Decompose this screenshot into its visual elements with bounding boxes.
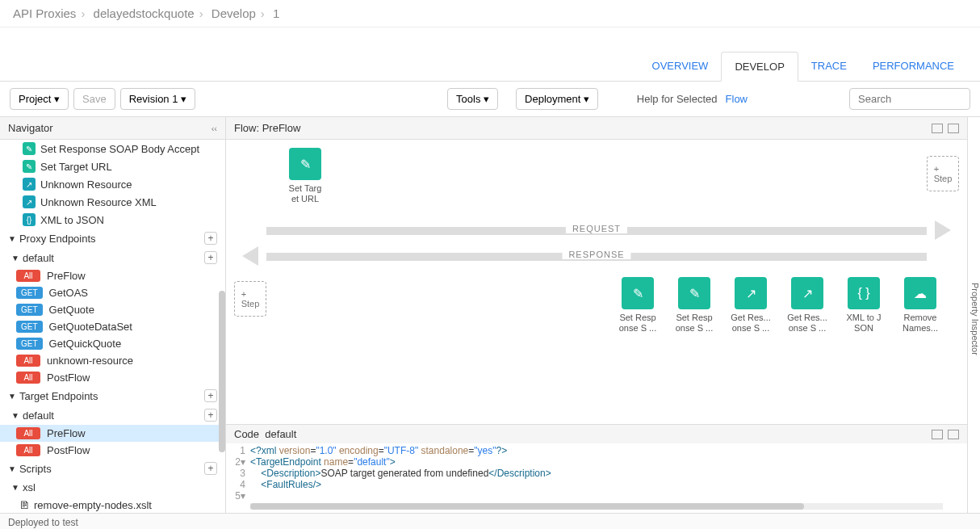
method-badge: All bbox=[16, 372, 40, 384]
target-endpoints-section[interactable]: ▼Target Endpoints+ bbox=[0, 386, 225, 405]
tools-dropdown[interactable]: Tools ▾ bbox=[447, 88, 498, 110]
request-label: REQUEST bbox=[566, 224, 627, 233]
policy-icon: ✎ bbox=[678, 277, 710, 309]
view-split-icon[interactable] bbox=[932, 124, 943, 133]
add-response-step[interactable]: +Step bbox=[234, 281, 266, 317]
target-default[interactable]: ▼default+ bbox=[0, 405, 225, 425]
help-link[interactable]: Flow bbox=[726, 93, 748, 105]
help-label: Help for Selected bbox=[637, 93, 718, 105]
tab-trace[interactable]: TRACE bbox=[798, 52, 860, 81]
response-step[interactable]: ☁Remove Names... bbox=[898, 277, 943, 334]
navigator-panel: Navigator ‹‹ ✎Set Response SOAP Body Acc… bbox=[0, 117, 226, 513]
method-badge: All bbox=[16, 444, 40, 456]
proxy-flow-item[interactable]: GETGetQuickQuote bbox=[0, 335, 225, 352]
response-step[interactable]: ✎Set Resp onse S ... bbox=[672, 277, 717, 334]
raise-fault-icon: ↗ bbox=[23, 178, 36, 191]
add-request-step[interactable]: +Step bbox=[927, 156, 959, 191]
policy-item[interactable]: ✎Set Response SOAP Body Accept bbox=[0, 140, 225, 157]
code-horizontal-scrollbar[interactable] bbox=[250, 503, 943, 510]
navigator-tree: ✎Set Response SOAP Body Accept ✎Set Targ… bbox=[0, 140, 225, 513]
project-dropdown[interactable]: Project ▾ bbox=[10, 88, 69, 110]
policy-icon: ↗ bbox=[735, 277, 767, 309]
policy-icon: ☁ bbox=[904, 277, 936, 309]
code-panel: Code default 12▾345▾ <?xml version="1.0"… bbox=[226, 424, 967, 513]
deployment-dropdown[interactable]: Deployment ▾ bbox=[516, 88, 598, 110]
add-target-flow[interactable]: + bbox=[204, 409, 217, 422]
file-icon: 🖹 bbox=[19, 499, 29, 511]
method-badge: All bbox=[16, 427, 40, 439]
method-badge: GET bbox=[16, 321, 43, 333]
method-badge: All bbox=[16, 355, 40, 367]
scripts-section[interactable]: ▼Scripts+ bbox=[0, 459, 225, 478]
response-step[interactable]: ↗Get Res... onse S ... bbox=[785, 277, 830, 334]
save-button[interactable]: Save bbox=[73, 88, 115, 110]
method-badge: All bbox=[16, 270, 40, 282]
proxy-flow-item[interactable]: AllPreFlow bbox=[0, 267, 225, 284]
policy-item[interactable]: ✎Set Target URL bbox=[0, 157, 225, 175]
request-step[interactable]: ✎ Set Targ et URL bbox=[283, 148, 328, 204]
code-file-name: default bbox=[265, 428, 296, 440]
policy-icon: { } bbox=[848, 277, 880, 309]
assign-icon: ✎ bbox=[23, 142, 36, 155]
search-input[interactable] bbox=[849, 88, 970, 110]
sidebar-scrollbar[interactable] bbox=[219, 291, 225, 452]
request-arrow-icon bbox=[935, 220, 951, 240]
property-inspector-panel[interactable]: Property Inspector bbox=[967, 117, 980, 513]
tab-bar: OVERVIEW DEVELOP TRACE PERFORMANCE bbox=[0, 52, 980, 82]
target-flow-item[interactable]: AllPostFlow bbox=[0, 442, 225, 459]
collapse-navigator-icon[interactable]: ‹‹ bbox=[211, 124, 217, 133]
add-target-endpoint[interactable]: + bbox=[204, 389, 217, 402]
response-step[interactable]: ✎Set Resp onse S ... bbox=[615, 277, 660, 334]
flow-title: Flow: PreFlow bbox=[234, 122, 300, 134]
proxy-flow-item[interactable]: Allunknown-resource bbox=[0, 352, 225, 369]
view-max-icon[interactable] bbox=[948, 124, 959, 133]
script-file[interactable]: 🖹remove-empty-nodes.xslt bbox=[0, 497, 225, 513]
proxy-flow-item[interactable]: AllPostFlow bbox=[0, 369, 225, 386]
response-arrow-icon bbox=[242, 246, 258, 266]
proxy-flow-item[interactable]: GETGetOAS bbox=[0, 284, 225, 301]
revision-dropdown[interactable]: Revision 1 ▾ bbox=[120, 88, 195, 110]
flow-canvas: ✎ Set Targ et URL +Step REQUEST RESPONSE… bbox=[226, 140, 967, 424]
policy-icon: ✎ bbox=[622, 277, 654, 309]
policy-item[interactable]: ↗Unknown Resource bbox=[0, 175, 225, 193]
proxy-default[interactable]: ▼default+ bbox=[0, 248, 225, 267]
policy-icon: ↗ bbox=[791, 277, 823, 309]
tab-overview[interactable]: OVERVIEW bbox=[639, 52, 722, 81]
policy-item[interactable]: {}XML to JSON bbox=[0, 211, 225, 229]
raise-fault-icon: ↗ bbox=[23, 195, 36, 208]
proxy-flow-item[interactable]: GETGetQuote bbox=[0, 301, 225, 318]
breadcrumb: API Proxies› delayedstockquote› Develop›… bbox=[0, 0, 980, 27]
code-editor[interactable]: 12▾345▾ <?xml version="1.0" encoding="UT… bbox=[226, 443, 967, 503]
method-badge: GET bbox=[16, 338, 43, 350]
navigator-title: Navigator bbox=[8, 122, 53, 134]
code-view-max-icon[interactable] bbox=[948, 430, 959, 439]
method-badge: GET bbox=[16, 287, 43, 299]
policy-item[interactable]: ↗Unknown Resource XML bbox=[0, 193, 225, 211]
response-step[interactable]: ↗Get Res... onse S ... bbox=[728, 277, 773, 334]
add-proxy-endpoint[interactable]: + bbox=[204, 232, 217, 245]
toolbar: Project ▾ Save Revision 1 ▾ Tools ▾ Depl… bbox=[0, 82, 980, 117]
code-label: Code bbox=[234, 428, 259, 440]
response-label: RESPONSE bbox=[562, 250, 630, 259]
proxy-endpoints-section[interactable]: ▼Proxy Endpoints+ bbox=[0, 229, 225, 248]
tab-develop[interactable]: DEVELOP bbox=[721, 52, 798, 82]
proxy-flow-item[interactable]: GETGetQuoteDataSet bbox=[0, 318, 225, 335]
target-flow-item[interactable]: AllPreFlow bbox=[0, 425, 225, 442]
tab-performance[interactable]: PERFORMANCE bbox=[860, 52, 967, 81]
add-proxy-flow[interactable]: + bbox=[204, 251, 217, 264]
assign-icon: ✎ bbox=[289, 148, 321, 180]
assign-icon: ✎ bbox=[23, 160, 36, 173]
code-view-split-icon[interactable] bbox=[932, 430, 943, 439]
status-bar: Deployed to test bbox=[0, 513, 980, 529]
xml-json-icon: {} bbox=[23, 213, 36, 226]
response-step[interactable]: { }XML to J SON bbox=[841, 277, 886, 334]
add-script[interactable]: + bbox=[204, 462, 217, 475]
method-badge: GET bbox=[16, 304, 43, 316]
xsl-folder[interactable]: ▼xsl bbox=[0, 478, 225, 497]
